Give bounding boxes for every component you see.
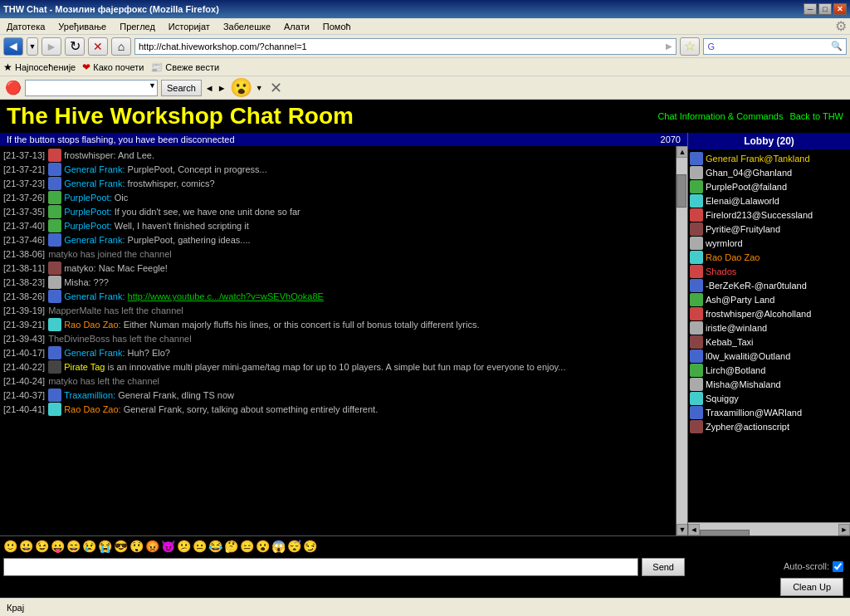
home-button[interactable]: ⌂ [111, 37, 131, 56]
list-item[interactable]: frostwhisper@Alcoholland [690, 307, 848, 320]
scroll-down-arrow[interactable]: ▼ [677, 524, 687, 535]
chat-message-input[interactable] [3, 558, 638, 576]
messages-scroll[interactable]: [21-37-13] frostwhisper: And Lee. [21-37… [0, 146, 676, 535]
youtube-link[interactable]: http://www.youtube.c.../watch?v=wSEVhQok… [128, 291, 324, 301]
list-item[interactable]: Lirch@Botland [690, 364, 848, 377]
emoji-dropdown-arrow[interactable]: ▼ [256, 84, 263, 92]
bookmark-kako[interactable]: ❤ Како почети [82, 61, 144, 73]
avatar [48, 290, 61, 303]
messages-scrollbar[interactable]: ▲ ▼ [676, 146, 687, 535]
emoji-grin[interactable]: 😀 [19, 540, 33, 552]
dropdown-button[interactable]: ▼ [27, 37, 38, 56]
emoji-sad[interactable]: 😢 [82, 540, 96, 552]
stop-button[interactable]: ✕ [88, 37, 108, 56]
scroll-right-arrow[interactable]: ► [838, 524, 850, 535]
scroll-up-arrow[interactable]: ▲ [677, 146, 687, 158]
list-item[interactable]: Ghan_04@Ghanland [690, 166, 848, 179]
close-button[interactable]: ✕ [833, 3, 847, 15]
emoji-ohh[interactable]: 😮 [256, 540, 270, 552]
list-item[interactable]: Firelord213@Successland [690, 208, 848, 222]
list-item[interactable]: PurplePoot@failand [690, 180, 848, 193]
emoji-zzz[interactable]: 😴 [287, 540, 301, 552]
menu-pregled[interactable]: Преглед [116, 20, 159, 33]
list-item[interactable]: Shados [690, 265, 848, 278]
emoji-confused[interactable]: 😕 [177, 540, 191, 552]
maximize-button[interactable]: □ [818, 3, 832, 15]
list-item[interactable]: Squiggy [690, 392, 848, 405]
bookmark-star[interactable]: ☆ [680, 37, 700, 56]
list-item[interactable]: wyrmlord [690, 237, 848, 250]
emoji-hmm[interactable]: 🤔 [224, 540, 238, 552]
scroll-track[interactable] [677, 158, 687, 524]
search-input-navbar[interactable] [716, 42, 831, 51]
pirate-tag-link[interactable]: Pirate Tag [64, 362, 105, 372]
titlebar-controls: ─ □ ✕ [804, 3, 847, 15]
list-item[interactable]: Pyritie@Fruityland [690, 222, 848, 236]
h-scroll-thumb[interactable] [700, 530, 750, 536]
list-item[interactable]: Misha@Mishaland [690, 378, 848, 391]
emoji-mad[interactable]: 😡 [145, 540, 159, 552]
list-item[interactable]: Ash@Party Land [690, 293, 848, 306]
emoji-laugh[interactable]: 😄 [66, 540, 81, 552]
statusbar: Крај [0, 598, 850, 616]
list-item[interactable]: Elenai@Lalaworld [690, 194, 848, 208]
users-list[interactable]: General Frank@Tankland Ghan_04@Ghanland … [688, 149, 850, 522]
emoji-cool[interactable]: 😎 [114, 540, 128, 552]
scroll-left-arrow[interactable]: ◄ [688, 524, 700, 535]
emoji-lol[interactable]: 😂 [208, 540, 222, 552]
list-item[interactable]: Traxamillion@WARland [690, 406, 848, 419]
menu-datoteka[interactable]: Датотека [3, 20, 48, 33]
back-button[interactable]: ◄ [3, 37, 23, 56]
emoji-smile[interactable]: 🙂 [3, 540, 17, 552]
minimize-button[interactable]: ─ [804, 3, 817, 15]
autoscroll-checkbox[interactable] [833, 561, 843, 572]
emoji-wink[interactable]: 😉 [35, 540, 49, 552]
search-icon[interactable]: 🔍 [831, 41, 843, 51]
address-go[interactable]: ▶ [666, 42, 672, 51]
avatar [48, 318, 61, 331]
emoji-huh[interactable]: 😏 [303, 540, 317, 552]
emoji-meh[interactable]: 😑 [240, 540, 254, 552]
nav-next-icon[interactable]: ► [217, 83, 227, 93]
scroll-thumb[interactable] [677, 174, 686, 208]
list-item[interactable]: General Frank@Tankland [690, 152, 848, 165]
table-row: [21-38-23] Misha: ??? [3, 276, 672, 289]
emoji-cry[interactable]: 😭 [98, 540, 112, 552]
list-item[interactable]: Rao Dao Zao [690, 251, 848, 264]
nav-prev-icon[interactable]: ◄ [205, 83, 214, 93]
chat-info-link[interactable]: Chat Information & Commands [657, 111, 783, 121]
users-scrollbar[interactable]: ◄ ► [688, 522, 850, 535]
emoji-devil[interactable]: 😈 [161, 540, 175, 552]
emoji-neutral[interactable]: 😐 [193, 540, 207, 552]
cleanup-button[interactable]: Clean Up [780, 578, 843, 596]
clear-search-icon[interactable]: ✕ [270, 79, 282, 97]
list-item[interactable]: l0w_kwaliti@Outland [690, 350, 848, 363]
forward-button[interactable]: ► [42, 37, 61, 56]
send-button[interactable]: Send [642, 558, 685, 576]
search-text-input[interactable] [25, 80, 158, 96]
avatar [48, 205, 61, 218]
navbar: ◄ ▼ ► ↻ ✕ ⌂ http://chat.hiveworkshop.com… [0, 35, 850, 58]
emoji-tongue[interactable]: 😛 [51, 540, 65, 552]
menu-zabelske[interactable]: Забелешке [220, 20, 274, 33]
menu-istorijat[interactable]: Историјат [165, 20, 213, 33]
list-item[interactable]: Zypher@actionscript [690, 420, 848, 433]
bookmark-najposecenijie[interactable]: ★ Најпосећеније [3, 61, 76, 73]
menu-uredjivanje[interactable]: Уређивање [55, 20, 110, 33]
emoji-shock[interactable]: 😲 [129, 540, 144, 552]
reload-button[interactable]: ↻ [65, 37, 85, 56]
search-button[interactable]: Search [161, 80, 202, 96]
emoji-row: 🙂 😀 😉 😛 😄 😢 😭 😎 😲 😡 😈 😕 😐 😂 🤔 😑 😮 😱 😴 😏 [0, 536, 850, 556]
bookmark-sveze[interactable]: 📰 Свеже вести [150, 61, 219, 73]
menu-pomoc[interactable]: Помоћ [320, 20, 354, 33]
menu-alati[interactable]: Алати [281, 20, 313, 33]
emoji-face-icon[interactable]: 😮 [230, 77, 252, 99]
emoji-yell[interactable]: 😱 [271, 540, 286, 552]
list-item[interactable]: Kebab_Taxi [690, 335, 848, 349]
list-item[interactable]: iristle@winland [690, 321, 848, 335]
dropdown-arrow[interactable]: ▼ [149, 81, 156, 90]
list-item[interactable]: -BerZeKeR-@nar0tuland [690, 279, 848, 292]
gear-icon: ⚙ [835, 18, 847, 34]
chat-back-link[interactable]: Back to THW [789, 111, 843, 121]
username: Ghan_04@Ghanland [706, 168, 792, 178]
